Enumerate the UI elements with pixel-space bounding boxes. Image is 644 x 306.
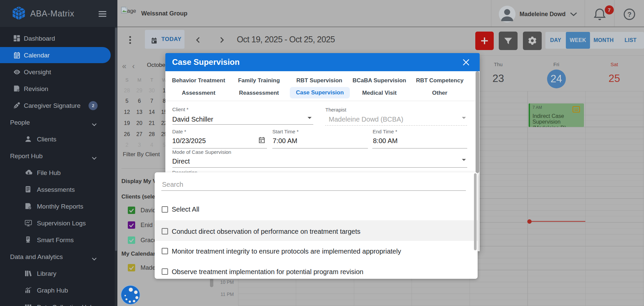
svg-text:?: ?	[627, 11, 631, 18]
